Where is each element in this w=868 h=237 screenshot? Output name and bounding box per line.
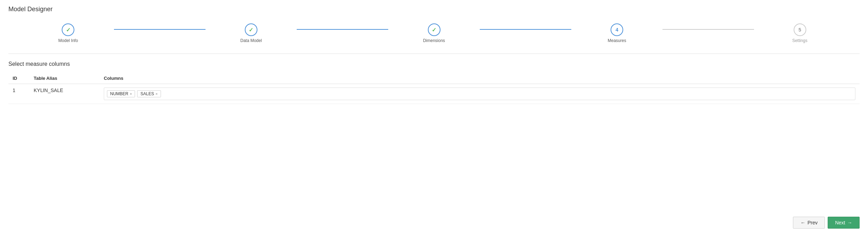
step-label-2: Data Model (240, 38, 262, 43)
stepper: ✓ Model Info ✓ Data Model ✓ Dimensions 4 (8, 20, 860, 50)
step-measures: 4 Measures (571, 23, 663, 43)
step-label-3: Dimensions (423, 38, 445, 43)
tag-item[interactable]: SALES× (137, 90, 161, 97)
prev-button-label: Prev (807, 220, 817, 225)
cell-id: 1 (8, 84, 29, 104)
col-header-alias: Table Alias (29, 73, 100, 84)
page-title: Model Designer (8, 6, 860, 13)
connector-2-3 (297, 29, 388, 30)
tag-label: NUMBER (110, 91, 128, 96)
page-container: Model Designer ✓ Model Info ✓ Data Model… (0, 0, 868, 237)
step-data-model: ✓ Data Model (206, 23, 297, 43)
next-button[interactable]: Next → (828, 217, 860, 229)
table-row: 1KYLIN_SALENUMBER×SALES× (8, 84, 860, 104)
step-label-1: Model Info (58, 38, 78, 43)
step-circle-5: 5 (794, 23, 806, 36)
step-circle-2: ✓ (245, 23, 257, 36)
step-dimensions: ✓ Dimensions (388, 23, 480, 43)
check-icon-1: ✓ (66, 27, 70, 33)
connector-3-4 (480, 29, 571, 30)
next-button-label: Next (835, 220, 845, 225)
tag-close-icon[interactable]: × (155, 92, 157, 96)
measure-table: ID Table Alias Columns 1KYLIN_SALENUMBER… (8, 73, 860, 104)
table-header-row: ID Table Alias Columns (8, 73, 860, 84)
connector-4-5 (662, 29, 754, 30)
step-label-4: Measures (608, 38, 626, 43)
prev-button[interactable]: ← Prev (793, 217, 825, 229)
divider (8, 54, 860, 54)
step-circle-4: 4 (611, 23, 623, 36)
tag-container[interactable]: NUMBER×SALES× (104, 88, 855, 100)
cell-columns[interactable]: NUMBER×SALES× (100, 84, 860, 104)
section-title: Select measure columns (8, 61, 860, 67)
tag-close-icon[interactable]: × (130, 92, 132, 96)
step-settings: 5 Settings (754, 23, 846, 43)
step-number-4: 4 (615, 27, 618, 33)
tag-label: SALES (140, 91, 154, 96)
step-number-5: 5 (799, 27, 801, 33)
footer-buttons: ← Prev Next → (793, 217, 860, 229)
step-label-5: Settings (792, 38, 807, 43)
cell-alias: KYLIN_SALE (29, 84, 100, 104)
tag-item[interactable]: NUMBER× (107, 90, 135, 97)
next-arrow-icon: → (847, 220, 852, 225)
step-circle-1: ✓ (62, 23, 74, 36)
col-header-columns: Columns (100, 73, 860, 84)
connector-1-2 (114, 29, 206, 30)
prev-arrow-icon: ← (800, 220, 805, 225)
step-circle-3: ✓ (428, 23, 440, 36)
check-icon-2: ✓ (249, 27, 253, 33)
check-icon-3: ✓ (432, 27, 436, 33)
step-model-info: ✓ Model Info (22, 23, 114, 43)
col-header-id: ID (8, 73, 29, 84)
